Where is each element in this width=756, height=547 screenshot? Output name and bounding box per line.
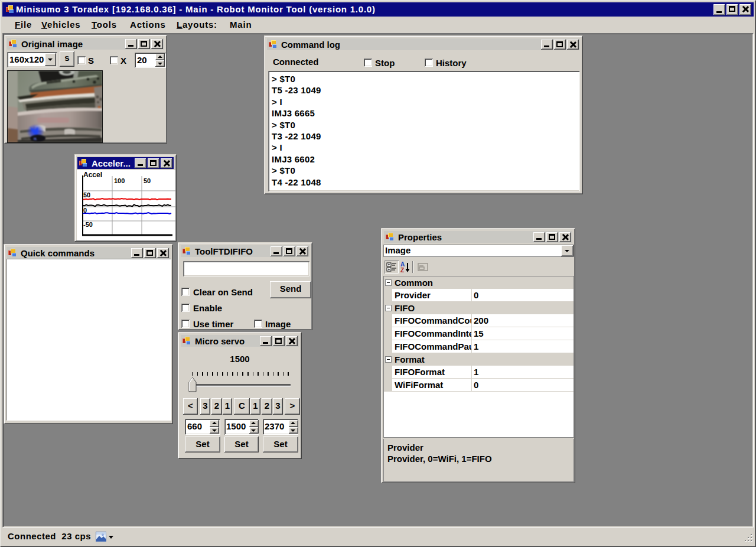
svg-text:Accel: Accel xyxy=(83,171,102,179)
svg-text:IIL: IIL xyxy=(34,137,37,141)
svg-text:Z: Z xyxy=(400,267,404,274)
svg-text:50: 50 xyxy=(144,177,151,184)
svg-text:100: 100 xyxy=(114,177,125,184)
svg-text:-50: -50 xyxy=(83,221,93,228)
svg-text:50: 50 xyxy=(83,191,90,198)
